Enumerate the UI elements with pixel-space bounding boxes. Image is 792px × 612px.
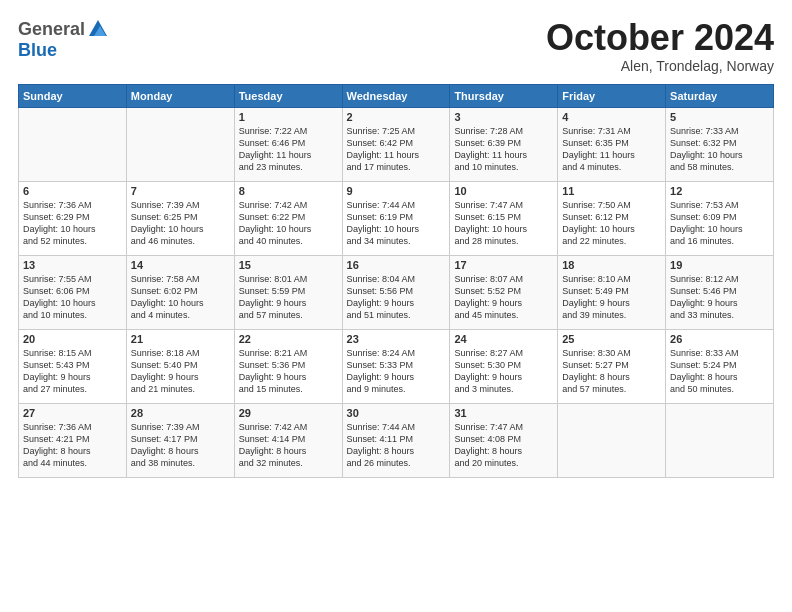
day-number: 2 <box>347 111 446 123</box>
day-number: 25 <box>562 333 661 345</box>
calendar-cell: 8Sunrise: 7:42 AM Sunset: 6:22 PM Daylig… <box>234 181 342 255</box>
logo-blue: Blue <box>18 40 57 61</box>
cell-details: Sunrise: 8:30 AM Sunset: 5:27 PM Dayligh… <box>562 347 661 396</box>
weekday-header: Tuesday <box>234 84 342 107</box>
cell-details: Sunrise: 8:27 AM Sunset: 5:30 PM Dayligh… <box>454 347 553 396</box>
calendar-cell: 10Sunrise: 7:47 AM Sunset: 6:15 PM Dayli… <box>450 181 558 255</box>
calendar-cell <box>558 403 666 477</box>
cell-details: Sunrise: 8:12 AM Sunset: 5:46 PM Dayligh… <box>670 273 769 322</box>
day-number: 14 <box>131 259 230 271</box>
weekday-header: Sunday <box>19 84 127 107</box>
calendar-row: 20Sunrise: 8:15 AM Sunset: 5:43 PM Dayli… <box>19 329 774 403</box>
cell-details: Sunrise: 7:42 AM Sunset: 6:22 PM Dayligh… <box>239 199 338 248</box>
calendar-cell: 31Sunrise: 7:47 AM Sunset: 4:08 PM Dayli… <box>450 403 558 477</box>
day-number: 19 <box>670 259 769 271</box>
calendar-row: 1Sunrise: 7:22 AM Sunset: 6:46 PM Daylig… <box>19 107 774 181</box>
cell-details: Sunrise: 7:47 AM Sunset: 4:08 PM Dayligh… <box>454 421 553 470</box>
calendar-cell <box>19 107 127 181</box>
day-number: 12 <box>670 185 769 197</box>
calendar-cell: 29Sunrise: 7:42 AM Sunset: 4:14 PM Dayli… <box>234 403 342 477</box>
calendar-cell: 3Sunrise: 7:28 AM Sunset: 6:39 PM Daylig… <box>450 107 558 181</box>
cell-details: Sunrise: 7:36 AM Sunset: 6:29 PM Dayligh… <box>23 199 122 248</box>
cell-details: Sunrise: 7:39 AM Sunset: 6:25 PM Dayligh… <box>131 199 230 248</box>
cell-details: Sunrise: 7:22 AM Sunset: 6:46 PM Dayligh… <box>239 125 338 174</box>
day-number: 28 <box>131 407 230 419</box>
day-number: 18 <box>562 259 661 271</box>
cell-details: Sunrise: 8:18 AM Sunset: 5:40 PM Dayligh… <box>131 347 230 396</box>
calendar-cell <box>126 107 234 181</box>
cell-details: Sunrise: 7:31 AM Sunset: 6:35 PM Dayligh… <box>562 125 661 174</box>
cell-details: Sunrise: 7:44 AM Sunset: 6:19 PM Dayligh… <box>347 199 446 248</box>
day-number: 10 <box>454 185 553 197</box>
calendar-cell: 22Sunrise: 8:21 AM Sunset: 5:36 PM Dayli… <box>234 329 342 403</box>
calendar-row: 27Sunrise: 7:36 AM Sunset: 4:21 PM Dayli… <box>19 403 774 477</box>
weekday-header: Monday <box>126 84 234 107</box>
calendar-cell: 9Sunrise: 7:44 AM Sunset: 6:19 PM Daylig… <box>342 181 450 255</box>
calendar-cell: 19Sunrise: 8:12 AM Sunset: 5:46 PM Dayli… <box>666 255 774 329</box>
cell-details: Sunrise: 7:33 AM Sunset: 6:32 PM Dayligh… <box>670 125 769 174</box>
calendar-cell: 26Sunrise: 8:33 AM Sunset: 5:24 PM Dayli… <box>666 329 774 403</box>
calendar-cell: 12Sunrise: 7:53 AM Sunset: 6:09 PM Dayli… <box>666 181 774 255</box>
cell-details: Sunrise: 7:25 AM Sunset: 6:42 PM Dayligh… <box>347 125 446 174</box>
calendar-cell: 23Sunrise: 8:24 AM Sunset: 5:33 PM Dayli… <box>342 329 450 403</box>
calendar-table: SundayMondayTuesdayWednesdayThursdayFrid… <box>18 84 774 478</box>
weekday-header: Wednesday <box>342 84 450 107</box>
cell-details: Sunrise: 8:21 AM Sunset: 5:36 PM Dayligh… <box>239 347 338 396</box>
calendar-cell <box>666 403 774 477</box>
day-number: 1 <box>239 111 338 123</box>
day-number: 16 <box>347 259 446 271</box>
calendar-cell: 15Sunrise: 8:01 AM Sunset: 5:59 PM Dayli… <box>234 255 342 329</box>
day-number: 22 <box>239 333 338 345</box>
day-number: 5 <box>670 111 769 123</box>
cell-details: Sunrise: 7:53 AM Sunset: 6:09 PM Dayligh… <box>670 199 769 248</box>
calendar-cell: 13Sunrise: 7:55 AM Sunset: 6:06 PM Dayli… <box>19 255 127 329</box>
calendar-cell: 4Sunrise: 7:31 AM Sunset: 6:35 PM Daylig… <box>558 107 666 181</box>
cell-details: Sunrise: 8:04 AM Sunset: 5:56 PM Dayligh… <box>347 273 446 322</box>
calendar-cell: 24Sunrise: 8:27 AM Sunset: 5:30 PM Dayli… <box>450 329 558 403</box>
calendar-cell: 6Sunrise: 7:36 AM Sunset: 6:29 PM Daylig… <box>19 181 127 255</box>
cell-details: Sunrise: 7:44 AM Sunset: 4:11 PM Dayligh… <box>347 421 446 470</box>
calendar-cell: 21Sunrise: 8:18 AM Sunset: 5:40 PM Dayli… <box>126 329 234 403</box>
day-number: 13 <box>23 259 122 271</box>
cell-details: Sunrise: 7:58 AM Sunset: 6:02 PM Dayligh… <box>131 273 230 322</box>
calendar-cell: 16Sunrise: 8:04 AM Sunset: 5:56 PM Dayli… <box>342 255 450 329</box>
calendar-cell: 18Sunrise: 8:10 AM Sunset: 5:49 PM Dayli… <box>558 255 666 329</box>
day-number: 30 <box>347 407 446 419</box>
day-number: 9 <box>347 185 446 197</box>
calendar-cell: 5Sunrise: 7:33 AM Sunset: 6:32 PM Daylig… <box>666 107 774 181</box>
cell-details: Sunrise: 7:28 AM Sunset: 6:39 PM Dayligh… <box>454 125 553 174</box>
calendar-cell: 20Sunrise: 8:15 AM Sunset: 5:43 PM Dayli… <box>19 329 127 403</box>
page-header: General Blue October 2024 Alen, Trondela… <box>18 18 774 74</box>
calendar-cell: 28Sunrise: 7:39 AM Sunset: 4:17 PM Dayli… <box>126 403 234 477</box>
day-number: 15 <box>239 259 338 271</box>
cell-details: Sunrise: 7:42 AM Sunset: 4:14 PM Dayligh… <box>239 421 338 470</box>
calendar-cell: 14Sunrise: 7:58 AM Sunset: 6:02 PM Dayli… <box>126 255 234 329</box>
cell-details: Sunrise: 8:10 AM Sunset: 5:49 PM Dayligh… <box>562 273 661 322</box>
calendar-cell: 25Sunrise: 8:30 AM Sunset: 5:27 PM Dayli… <box>558 329 666 403</box>
calendar-cell: 7Sunrise: 7:39 AM Sunset: 6:25 PM Daylig… <box>126 181 234 255</box>
calendar-cell: 2Sunrise: 7:25 AM Sunset: 6:42 PM Daylig… <box>342 107 450 181</box>
cell-details: Sunrise: 7:39 AM Sunset: 4:17 PM Dayligh… <box>131 421 230 470</box>
calendar-row: 6Sunrise: 7:36 AM Sunset: 6:29 PM Daylig… <box>19 181 774 255</box>
weekday-header: Thursday <box>450 84 558 107</box>
day-number: 7 <box>131 185 230 197</box>
cell-details: Sunrise: 8:15 AM Sunset: 5:43 PM Dayligh… <box>23 347 122 396</box>
calendar-cell: 1Sunrise: 7:22 AM Sunset: 6:46 PM Daylig… <box>234 107 342 181</box>
day-number: 11 <box>562 185 661 197</box>
cell-details: Sunrise: 7:55 AM Sunset: 6:06 PM Dayligh… <box>23 273 122 322</box>
day-number: 3 <box>454 111 553 123</box>
day-number: 23 <box>347 333 446 345</box>
cell-details: Sunrise: 8:33 AM Sunset: 5:24 PM Dayligh… <box>670 347 769 396</box>
day-number: 20 <box>23 333 122 345</box>
logo: General Blue <box>18 18 109 61</box>
month-title: October 2024 <box>546 18 774 58</box>
day-number: 27 <box>23 407 122 419</box>
day-number: 4 <box>562 111 661 123</box>
day-number: 24 <box>454 333 553 345</box>
logo-icon <box>87 18 109 40</box>
calendar-row: 13Sunrise: 7:55 AM Sunset: 6:06 PM Dayli… <box>19 255 774 329</box>
title-block: October 2024 Alen, Trondelag, Norway <box>546 18 774 74</box>
day-number: 31 <box>454 407 553 419</box>
cell-details: Sunrise: 7:47 AM Sunset: 6:15 PM Dayligh… <box>454 199 553 248</box>
cell-details: Sunrise: 7:50 AM Sunset: 6:12 PM Dayligh… <box>562 199 661 248</box>
